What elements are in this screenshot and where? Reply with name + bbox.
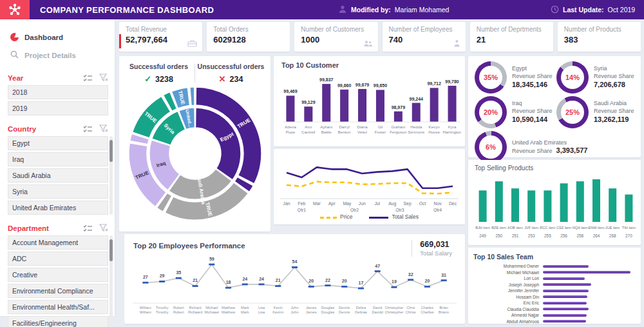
gauge-ring[interactable]: 25% <box>556 96 589 128</box>
bar[interactable] <box>430 88 439 122</box>
bar[interactable] <box>543 271 630 273</box>
employee-name: Charlles <box>421 310 434 314</box>
filter-item[interactable]: Iraq <box>8 152 108 166</box>
bar[interactable] <box>543 290 589 292</box>
bar[interactable] <box>340 90 348 122</box>
bar[interactable] <box>576 181 584 222</box>
marker[interactable] <box>176 277 182 279</box>
bar-category: BJH item <box>475 226 490 230</box>
point-value: 21 <box>276 278 281 282</box>
multi-select-icon[interactable] <box>83 74 93 82</box>
person-icon <box>453 39 460 47</box>
employee-name: Dennis <box>339 310 350 314</box>
bar[interactable] <box>495 181 503 222</box>
month-label: Mar <box>313 201 321 206</box>
filter-item[interactable]: Egypt <box>8 136 108 150</box>
filter-item[interactable]: Facilities/Engineering <box>8 316 108 327</box>
scrollbar[interactable] <box>109 136 113 215</box>
total-salary-label: Total Salary <box>420 250 452 257</box>
marker[interactable] <box>242 283 248 285</box>
sidebar-item-project-details[interactable]: Project Details <box>0 46 115 64</box>
bar[interactable] <box>543 320 586 322</box>
filter-item[interactable]: ADC <box>8 252 108 266</box>
marker[interactable] <box>193 285 198 287</box>
scrollbar-thumb[interactable] <box>109 239 113 261</box>
bar[interactable] <box>448 86 457 122</box>
total-salary-value: 669,031 <box>420 240 452 249</box>
multi-select-icon[interactable] <box>83 224 93 232</box>
filter-title: Year <box>8 74 77 82</box>
bar[interactable] <box>609 188 616 222</box>
bar[interactable] <box>376 90 384 122</box>
marker[interactable] <box>259 283 265 285</box>
filter-item[interactable]: 2018 <box>8 85 108 99</box>
marker[interactable] <box>225 287 231 289</box>
bar[interactable] <box>543 308 589 310</box>
marker[interactable] <box>358 288 364 290</box>
bar[interactable] <box>412 103 421 122</box>
revenue-share-item: 35%Egypt Revenue Share 18,345,146 <box>475 61 556 94</box>
kpi-value: 6029128 <box>213 35 285 45</box>
last-update: Last Update: Oct 2019 <box>551 5 635 15</box>
gauge-ring[interactable]: 35% <box>475 61 507 94</box>
marker[interactable] <box>308 286 314 288</box>
sunburst-outer-sliver[interactable] <box>189 87 194 105</box>
marker[interactable] <box>142 282 148 284</box>
marker[interactable] <box>325 284 330 286</box>
bar[interactable] <box>592 179 600 222</box>
team-member-name: Claudia Clauddia <box>480 307 543 312</box>
marker[interactable] <box>375 270 381 272</box>
sidebar-item-dashboard[interactable]: Dashboard <box>0 28 115 46</box>
bar[interactable] <box>543 277 585 280</box>
bar[interactable] <box>304 106 312 122</box>
filter-item[interactable]: Environmental Health/Saf... <box>8 300 108 314</box>
bar-category: Kevyn <box>429 124 440 129</box>
marker[interactable] <box>441 279 447 281</box>
filter-item[interactable]: Saudi Arabia <box>8 168 108 183</box>
employee-name: Davidd <box>372 310 383 314</box>
filter-item[interactable]: 2019 <box>8 101 108 115</box>
bar[interactable] <box>543 265 589 268</box>
bar[interactable] <box>286 95 294 122</box>
multi-select-icon[interactable] <box>83 125 93 133</box>
chart-title: Top 10 Sales Team <box>473 253 638 261</box>
marker[interactable] <box>341 286 347 288</box>
marker[interactable] <box>391 286 397 288</box>
marker[interactable] <box>159 281 165 282</box>
marker[interactable] <box>209 264 214 266</box>
scrollbar-thumb[interactable] <box>109 140 113 162</box>
bar[interactable] <box>511 188 519 222</box>
point-value: 35 <box>176 270 181 275</box>
clear-filter-icon[interactable] <box>99 224 108 232</box>
clear-filter-icon[interactable] <box>99 124 108 133</box>
marker[interactable] <box>408 279 413 281</box>
bar[interactable] <box>479 190 487 222</box>
filter-item[interactable]: Creative <box>8 268 108 282</box>
unsuccessful-orders: Unsuccessful orders ✕234 <box>195 63 267 84</box>
marker[interactable] <box>275 285 281 287</box>
filter-item[interactable]: Syria <box>8 184 108 199</box>
bar[interactable] <box>527 190 535 222</box>
filter-item[interactable]: Environmental Compliance <box>8 284 108 298</box>
filter-item[interactable]: Account Management <box>8 235 108 250</box>
marker[interactable] <box>292 266 298 268</box>
scrollbar[interactable] <box>109 235 113 327</box>
bar[interactable] <box>322 84 330 122</box>
revenue-share-grid: 35%Egypt Revenue Share 18,345,14614%Syri… <box>468 56 641 166</box>
marker[interactable] <box>424 286 430 288</box>
filter-item[interactable]: United Arab Emirates <box>8 201 108 215</box>
gauge-ring[interactable]: 6% <box>475 131 507 163</box>
bar[interactable] <box>560 183 568 222</box>
bar[interactable] <box>358 89 366 122</box>
bar[interactable] <box>625 195 632 222</box>
bar[interactable] <box>544 190 551 222</box>
month-label: Jul <box>374 201 380 206</box>
bar[interactable] <box>543 302 587 304</box>
bar[interactable] <box>543 314 587 317</box>
gauge-ring[interactable]: 20% <box>475 96 507 128</box>
clear-filter-icon[interactable] <box>99 74 108 82</box>
bar[interactable] <box>543 295 587 298</box>
bar[interactable] <box>543 283 591 286</box>
bar[interactable] <box>394 112 402 122</box>
gauge-ring[interactable]: 14% <box>556 61 589 94</box>
